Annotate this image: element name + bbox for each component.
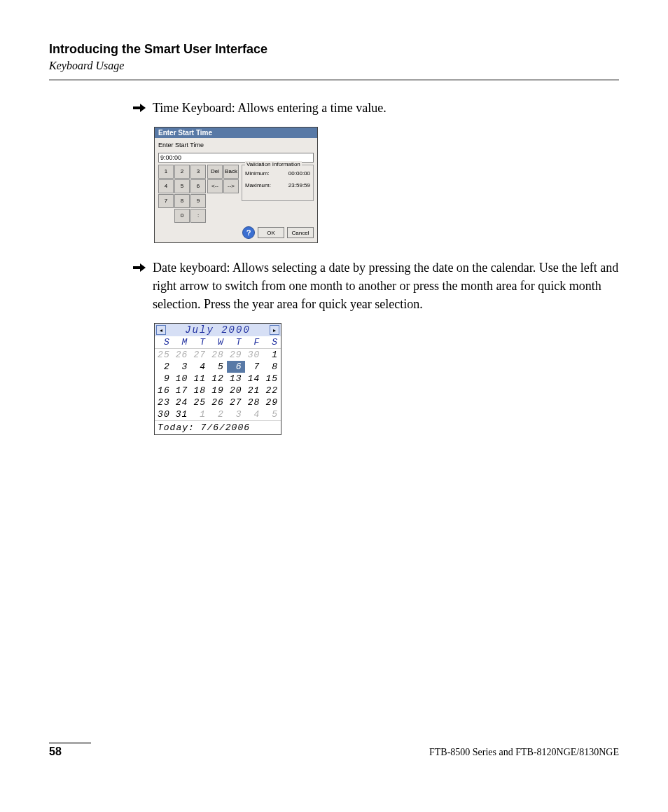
calendar-day[interactable]: 27	[227, 397, 245, 408]
calendar-day[interactable]: 3	[227, 408, 245, 420]
calendar-day[interactable]: 16	[155, 385, 173, 397]
bullet-arrow-icon	[133, 263, 146, 273]
bullet-text: Time Keyboard: Allows entering a time va…	[153, 99, 387, 117]
calendar-day[interactable]: 23	[155, 397, 173, 408]
calendar-day[interactable]: 30	[245, 349, 263, 361]
calendar-day[interactable]: 27	[190, 349, 209, 361]
dow-sun: S	[155, 336, 173, 349]
key-del[interactable]: Del	[207, 165, 223, 179]
calendar-days-grid: 2526272829301234567891011121314151617181…	[155, 349, 281, 420]
calendar-day[interactable]: 18	[190, 385, 209, 397]
dialog-titlebar: Enter Start Time	[155, 128, 317, 138]
calendar-day[interactable]: 12	[209, 373, 227, 385]
key-blank	[158, 209, 174, 223]
calendar-day[interactable]: 31	[173, 408, 191, 420]
cancel-button[interactable]: Cancel	[287, 227, 314, 238]
calendar-day[interactable]: 28	[209, 349, 227, 361]
calendar-day[interactable]: 11	[190, 373, 209, 385]
chapter-title: Introducing the Smart User Interface	[49, 42, 619, 57]
dow-sat: S	[263, 336, 281, 349]
key-colon[interactable]: :	[190, 209, 206, 223]
calendar-day[interactable]: 28	[245, 397, 263, 408]
max-label: Maximum:	[245, 182, 271, 188]
bullet-date-keyboard: Date keyboard: Allows selecting a date b…	[133, 259, 619, 313]
bullet-time-keyboard: Time Keyboard: Allows entering a time va…	[133, 99, 619, 117]
calendar-day[interactable]: 6	[227, 361, 245, 373]
calendar-day[interactable]: 8	[263, 361, 281, 373]
key-left[interactable]: <--	[207, 179, 223, 193]
product-line: FTB-8500 Series and FTB-8120NGE/8130NGE	[429, 747, 619, 758]
dialog-label: Enter Start Time	[158, 141, 314, 150]
page-number: 58	[49, 745, 62, 758]
calendar-day[interactable]: 1	[190, 408, 209, 420]
calendar-day[interactable]: 5	[209, 361, 227, 373]
dow-thu: T	[227, 336, 245, 349]
max-value: 23:59:59	[288, 182, 310, 188]
calendar-day[interactable]: 2	[155, 361, 173, 373]
ok-button[interactable]: OK	[258, 227, 284, 238]
calendar-day[interactable]: 4	[245, 408, 263, 420]
footer-rule	[49, 742, 91, 744]
calendar-day[interactable]: 25	[155, 349, 173, 361]
calendar-month-year[interactable]: July 2000	[185, 324, 251, 336]
key-3[interactable]: 3	[190, 165, 206, 179]
key-5[interactable]: 5	[174, 179, 190, 193]
calendar-day[interactable]: 9	[155, 373, 173, 385]
calendar-day[interactable]: 15	[263, 373, 281, 385]
calendar-day[interactable]: 24	[173, 397, 191, 408]
calendar-day[interactable]: 21	[245, 385, 263, 397]
help-icon[interactable]: ?	[242, 226, 255, 239]
section-subtitle: Keyboard Usage	[49, 60, 619, 72]
numeric-keypad: 1 2 3 4 5 6 7 8 9 0 :	[158, 165, 206, 223]
calendar-prev-button[interactable]: ◂	[156, 325, 166, 335]
key-8[interactable]: 8	[174, 194, 190, 208]
calendar-day[interactable]: 14	[245, 373, 263, 385]
key-4[interactable]: 4	[158, 179, 174, 193]
edit-keypad: Del Back <-- -->	[207, 165, 239, 223]
calendar-day[interactable]: 7	[245, 361, 263, 373]
time-keyboard-dialog: Enter Start Time Enter Start Time 1 2 3 …	[154, 127, 318, 243]
key-7[interactable]: 7	[158, 194, 174, 208]
key-back[interactable]: Back	[223, 165, 239, 179]
dow-mon: M	[173, 336, 191, 349]
key-0[interactable]: 0	[174, 209, 190, 223]
svg-marker-0	[133, 104, 146, 112]
key-right[interactable]: -->	[223, 179, 239, 193]
calendar-day[interactable]: 20	[227, 385, 245, 397]
dow-tue: T	[190, 336, 209, 349]
calendar-day[interactable]: 25	[190, 397, 209, 408]
header-rule	[49, 79, 619, 81]
calendar-day[interactable]: 29	[263, 397, 281, 408]
calendar-day[interactable]: 3	[173, 361, 191, 373]
min-label: Minimum:	[245, 170, 270, 177]
calendar-day[interactable]: 10	[173, 373, 191, 385]
calendar-day[interactable]: 26	[173, 349, 191, 361]
calendar-next-button[interactable]: ▸	[270, 325, 279, 335]
calendar-day[interactable]: 4	[190, 361, 209, 373]
dow-wed: W	[209, 336, 227, 349]
calendar-today-label[interactable]: Today: 7/6/2006	[155, 420, 281, 434]
calendar-day[interactable]: 13	[227, 373, 245, 385]
bullet-text: Date keyboard: Allows selecting a date b…	[153, 259, 619, 313]
key-1[interactable]: 1	[158, 165, 174, 179]
calendar-day[interactable]: 30	[155, 408, 173, 420]
calendar-day[interactable]: 5	[263, 408, 281, 420]
calendar-day[interactable]: 17	[173, 385, 191, 397]
page-footer: 58 FTB-8500 Series and FTB-8120NGE/8130N…	[49, 742, 619, 758]
dow-fri: F	[245, 336, 263, 349]
svg-marker-1	[133, 263, 146, 272]
calendar-day[interactable]: 22	[263, 385, 281, 397]
validation-legend: Validation Information	[245, 161, 302, 167]
calendar-day[interactable]: 29	[227, 349, 245, 361]
key-6[interactable]: 6	[190, 179, 206, 193]
validation-group: Validation Information Minimum: 00:00:00…	[242, 165, 314, 201]
key-2[interactable]: 2	[174, 165, 190, 179]
min-value: 00:00:00	[288, 170, 310, 177]
date-calendar: ◂ July 2000 ▸ S M T W T F S 252627282930…	[154, 323, 281, 435]
key-9[interactable]: 9	[190, 194, 206, 208]
calendar-day[interactable]: 2	[209, 408, 227, 420]
bullet-arrow-icon	[133, 103, 146, 113]
calendar-day[interactable]: 26	[209, 397, 227, 408]
calendar-day[interactable]: 1	[263, 349, 281, 361]
calendar-day[interactable]: 19	[209, 385, 227, 397]
